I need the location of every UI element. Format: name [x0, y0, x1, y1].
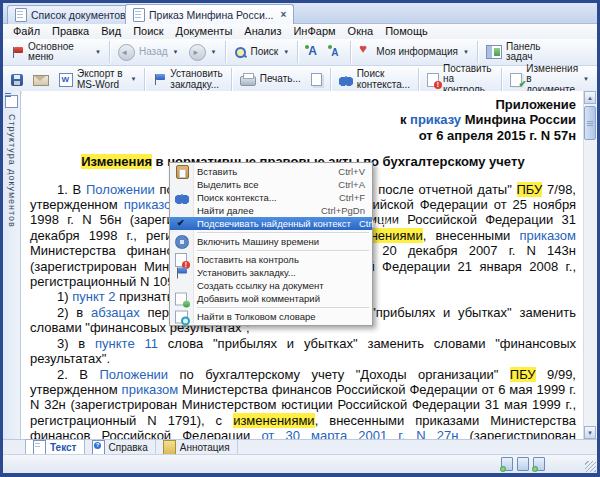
font-smaller-icon: [329, 46, 342, 59]
export-word-button[interactable]: Экспорт в MS-Word ▼: [54, 68, 141, 91]
search-button[interactable]: Поиск ▼: [229, 45, 295, 60]
doc-link[interactable]: Положении: [99, 367, 168, 382]
context-menu-item[interactable]: Создать ссылку на документ: [170, 279, 372, 292]
task-panel-icon: [486, 45, 502, 59]
font-smaller-button[interactable]: [324, 45, 347, 60]
context-search-button[interactable]: Поиск контекста...: [334, 68, 415, 91]
context-menu-item[interactable]: Найти далееCtrl+PgDn: [170, 204, 372, 217]
doc-header: Приложениек приказу Минфина Россииот 6 а…: [30, 97, 576, 143]
view-tab-active[interactable]: Текст: [25, 439, 85, 455]
send-mail-button[interactable]: [28, 72, 54, 87]
tab-document-list[interactable]: Список документов: [7, 5, 134, 24]
doc-text: 1. В: [57, 182, 86, 197]
menu-item[interactable]: Поиск: [127, 24, 169, 39]
doc-link[interactable]: приказу: [410, 112, 461, 127]
doc-link[interactable]: пункте 11: [95, 336, 158, 351]
doc-link[interactable]: абзацах: [91, 305, 140, 320]
doc-link[interactable]: Положении: [86, 182, 155, 197]
mail-icon: [33, 75, 49, 86]
context-menu-item[interactable]: Включить Машину времени: [170, 235, 372, 248]
menu-item-label: Выделить все: [197, 179, 258, 190]
context-menu-item[interactable]: Поиск контекста...Ctrl+F: [170, 191, 372, 204]
context-menu-item[interactable]: Установить закладку...: [170, 266, 372, 279]
scroll-up-icon[interactable]: ▲: [584, 91, 596, 104]
doc-link[interactable]: приказом: [519, 228, 576, 243]
dictionary-icon: [175, 310, 188, 323]
set-bookmark-button[interactable]: Установить закладку...: [148, 68, 228, 91]
doc-link[interactable]: пункт 2: [72, 289, 115, 304]
menu-item[interactable]: ИнФарм: [287, 24, 341, 39]
back-button[interactable]: Назад ▼: [113, 43, 184, 62]
toolbar-separator: [231, 68, 232, 91]
help-page-icon: [92, 440, 105, 455]
structure-sidebar-tab[interactable]: Структура документов: [3, 91, 21, 439]
binoculars-icon: [175, 192, 189, 204]
text-page-icon: [33, 440, 46, 455]
close-tab-icon[interactable]: ×: [281, 10, 287, 20]
chevron-down-icon[interactable]: ▼: [283, 47, 289, 58]
menu-item[interactable]: Правка: [46, 24, 95, 39]
chevron-down-icon[interactable]: ▼: [463, 47, 469, 58]
menu-item[interactable]: Помощь: [379, 24, 434, 39]
toolbar-separator: [225, 41, 226, 63]
control-page-icon: [175, 253, 187, 267]
flag-blue-icon: [175, 266, 188, 279]
context-menu-item[interactable]: Найти в Толковом словаре: [170, 310, 372, 323]
previous-document-icon[interactable]: [501, 457, 513, 471]
chevron-down-icon[interactable]: ▼: [211, 47, 217, 58]
next-document-icon[interactable]: [533, 457, 545, 471]
main-toolbar: Основное меню ▼ Назад ▼ ▼ Поиск ▼ Мо: [3, 39, 597, 66]
chevron-down-icon[interactable]: ▼: [583, 74, 589, 85]
task-panel-button[interactable]: Панель задач: [481, 41, 573, 64]
context-menu-item[interactable]: Поставить на контроль: [170, 253, 372, 266]
status-bar: [3, 454, 597, 473]
context-menu-item[interactable]: ВставитьCtrl+V: [170, 165, 372, 178]
menu-separator: [197, 232, 369, 233]
bookmark-flag-icon: [153, 73, 166, 86]
current-document-icon[interactable]: [517, 457, 529, 471]
tab-label: Список документов: [31, 9, 126, 21]
scrollbar-thumb[interactable]: [584, 106, 596, 140]
toolbar-separator: [418, 68, 419, 91]
save-button[interactable]: [6, 73, 28, 87]
vertical-scrollbar[interactable]: ▲ ▼: [583, 91, 597, 439]
menu-item[interactable]: Документы: [170, 24, 239, 39]
forward-button[interactable]: ▼: [184, 43, 222, 62]
context-menu-item[interactable]: ✔Подсвечивать найденный контекстCtrl+Alt…: [170, 217, 372, 230]
main-menu-button[interactable]: Основное меню ▼: [6, 41, 106, 64]
document-icon: [133, 8, 145, 22]
resize-grip[interactable]: [585, 461, 596, 472]
print-button[interactable]: Печать...: [235, 72, 306, 87]
tab-current-document[interactable]: Приказ Минфина Росси... ×: [125, 4, 294, 24]
context-search-label: Поиск контекста...: [357, 69, 410, 90]
copy-button[interactable]: [306, 72, 327, 87]
app-window: Список документов Приказ Минфина Росси..…: [0, 0, 600, 477]
context-menu-item[interactable]: Добавить мой комментарий: [170, 292, 372, 305]
scroll-down-icon[interactable]: ▼: [584, 426, 596, 439]
chevron-down-icon[interactable]: ▼: [173, 47, 179, 58]
doc-link[interactable]: от 30 марта 2001 г. N 27н: [261, 428, 458, 439]
document-structure-icon: [5, 95, 18, 108]
chevron-down-icon[interactable]: ▼: [95, 47, 101, 58]
menu-item[interactable]: Анализ: [238, 24, 287, 39]
document-toolbar: Экспорт в MS-Word ▼ Установить закладку.…: [3, 66, 597, 94]
forward-icon: [189, 44, 206, 61]
view-tab-inactive[interactable]: Справка: [85, 440, 156, 455]
doc-link[interactable]: приказом: [122, 382, 179, 397]
comment-icon: [175, 292, 187, 305]
doc-text: 2. В: [57, 367, 99, 382]
menu-item[interactable]: Файл: [7, 24, 46, 39]
context-menu-item[interactable]: Выделить всеCtrl+A: [170, 178, 372, 191]
menu-item-shortcut: Ctrl+V: [330, 166, 365, 177]
font-bigger-button[interactable]: [301, 45, 324, 60]
status-icons: [501, 457, 545, 471]
menu-item[interactable]: Вид: [95, 24, 127, 39]
menu-item[interactable]: Окна: [342, 24, 380, 39]
menu-bar: ФайлПравкаВидПоискДокументыАнализИнФармО…: [3, 24, 597, 39]
search-highlight: Изменения: [81, 154, 152, 169]
menu-item-label: Создать ссылку на документ: [197, 280, 324, 291]
view-tab-inactive[interactable]: Аннотация: [156, 440, 238, 455]
my-information-button[interactable]: Моя информация ▼: [354, 45, 474, 60]
chevron-down-icon[interactable]: ▼: [131, 74, 137, 85]
toolbar-separator: [477, 41, 478, 63]
